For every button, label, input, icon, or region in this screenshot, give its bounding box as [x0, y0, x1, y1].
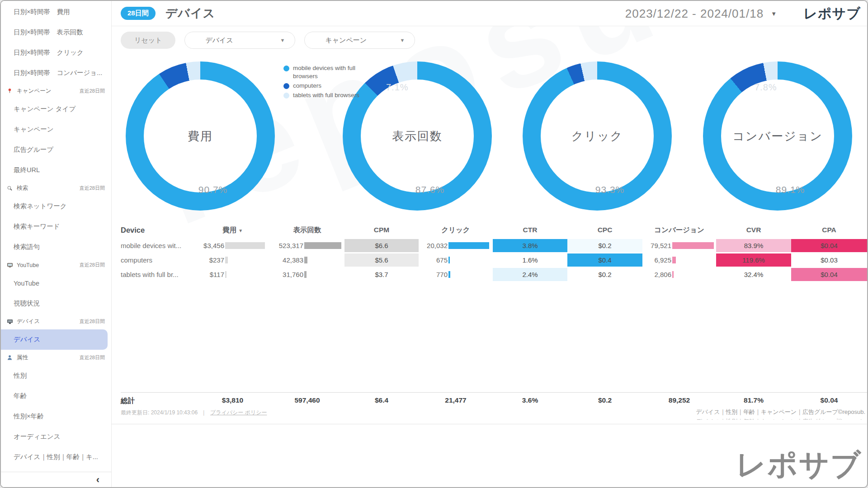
cell-cpa: $0.04: [791, 268, 867, 281]
donut-main-percentage: 90.7%: [198, 184, 228, 195]
sidebar-item[interactable]: 最終URL: [1, 160, 111, 180]
table-header-row: Device費用 ▼表示回数CPMクリックCTRCPCコンバージョンCVRCPA: [121, 224, 867, 236]
sidebar-item[interactable]: キャンペーン: [1, 119, 111, 140]
sidebar-section-pin[interactable]: キャンペーン直近28日間: [1, 83, 111, 99]
sidebar-item-selected[interactable]: デバイス: [1, 329, 108, 350]
value-bar: [672, 242, 714, 249]
date-range-selector[interactable]: 2023/12/22 - 2024/01/18 ▼: [625, 1, 777, 26]
value-bar: [304, 242, 341, 249]
reset-button[interactable]: リセット: [121, 32, 175, 49]
sidebar-section-monitor[interactable]: デバイス直近28日間: [1, 314, 111, 329]
sidebar-item[interactable]: 性別×年齢: [1, 406, 111, 427]
donut-chart-3[interactable]: クリック93.3%: [523, 61, 672, 211]
device-filter-dropdown[interactable]: デバイス ▼: [184, 32, 295, 49]
value-bar: [672, 271, 674, 278]
donut-chart-1[interactable]: 費用90.7%: [126, 61, 275, 211]
sidebar-item[interactable]: 日別×時間帯 表示回数: [1, 22, 111, 42]
sidebar-section-search[interactable]: 検索直近28日間: [1, 180, 111, 196]
column-header-clicks[interactable]: クリック: [419, 225, 493, 235]
column-header-cpm[interactable]: CPM: [344, 226, 419, 234]
table-row[interactable]: tablets with full br...$11731,760$3.7770…: [121, 267, 867, 282]
donut-main-percentage: 87.6%: [415, 184, 445, 195]
table-row[interactable]: mobile devices wit...$3,456523,317$6.620…: [121, 238, 867, 253]
value-bar: [225, 242, 265, 249]
column-header-conversions[interactable]: コンバージョン: [642, 225, 716, 235]
sidebar-item[interactable]: 日別×時間帯 費用: [1, 2, 111, 22]
sidebar-item[interactable]: 日別×時間帯 クリック: [1, 42, 111, 63]
campaign-filter-dropdown[interactable]: キャンペーン ▼: [304, 32, 415, 49]
legend-item[interactable]: tablets with full browsers: [283, 91, 365, 99]
sidebar-item-label: デバイス: [14, 335, 40, 344]
total-device: 総計: [121, 396, 195, 406]
cell-clicks: 675: [419, 253, 493, 267]
charts-area: mobile devices with full browserscompute…: [112, 54, 867, 224]
legend-item[interactable]: mobile devices with full browsers: [283, 64, 365, 80]
date-range: 2023/12/22 - 2024/01/18: [625, 7, 764, 21]
cell-cpc: $0.2: [567, 268, 642, 281]
sidebar-item-label: 検索語句: [14, 243, 40, 251]
cell-value: 2.4%: [522, 271, 538, 278]
sidebar-item-label: 性別: [14, 371, 27, 380]
cell-cost: $237: [195, 253, 270, 267]
footer-separator: ｜: [201, 409, 207, 417]
total-cpa: $0.04: [791, 396, 867, 406]
sidebar-item[interactable]: オーディエンス: [1, 427, 111, 447]
chevron-down-icon: ▼: [280, 38, 285, 43]
chart-legend: mobile devices with full browserscompute…: [283, 64, 365, 101]
total-row: 総計$3,810597,460$6.421,4773.6%$0.289,2528…: [121, 392, 867, 406]
period-label: 直近28日間: [80, 185, 105, 192]
collapse-sidebar-icon[interactable]: ‹: [96, 475, 99, 485]
privacy-policy-link[interactable]: プライバシー ポリシー: [210, 409, 267, 417]
table-row[interactable]: computers$23742,383$5.66751.6%$0.46,9251…: [121, 253, 867, 267]
sidebar-item[interactable]: YouTube: [1, 273, 111, 293]
sidebar-item-label: 検索キーワード: [14, 222, 60, 231]
divider: [112, 424, 867, 424]
column-header-cpa[interactable]: CPA: [791, 226, 867, 234]
column-header-cpc[interactable]: CPC: [567, 226, 642, 234]
cell-impressions: 42,383: [270, 253, 344, 267]
last-updated: 最終更新日: 2024/1/19 10:43:06: [121, 409, 198, 417]
total-cpc: $0.2: [567, 396, 642, 406]
cell-value: $0.04: [821, 271, 838, 278]
sidebar-section-person[interactable]: 属性直近28日間: [1, 350, 111, 366]
sidebar-item[interactable]: 視聴状況: [1, 293, 111, 314]
sidebar-item[interactable]: 検索ネットワーク: [1, 196, 111, 216]
sidebar-item[interactable]: キャンペーン タイプ: [1, 99, 111, 119]
column-header-ctr[interactable]: CTR: [493, 226, 567, 234]
sidebar-item-label: 日別×時間帯 クリック: [14, 48, 84, 57]
sidebar-item[interactable]: 検索語句: [1, 237, 111, 257]
cell-cpm: $3.7: [344, 268, 419, 281]
cell-impressions: 523,317: [270, 238, 344, 253]
column-header-cvr[interactable]: CVR: [716, 226, 791, 234]
sidebar-item[interactable]: 性別: [1, 366, 111, 386]
search-icon: [6, 185, 13, 191]
cell-clicks: 770: [419, 267, 493, 282]
cell-cost: $117: [195, 267, 270, 282]
cell-value: 523,317: [270, 242, 303, 249]
sidebar-section-tv[interactable]: YouTube直近28日間: [1, 257, 111, 273]
value-bar: [448, 257, 450, 263]
sidebar-item[interactable]: 年齢: [1, 386, 111, 406]
column-header-cost[interactable]: 費用 ▼: [195, 225, 270, 235]
cell-value: 2,806: [642, 271, 671, 278]
sidebar-item[interactable]: デバイス｜性別｜年齢｜キ...: [1, 447, 111, 467]
legend-label: tablets with full browsers: [293, 91, 359, 99]
sidebar-item[interactable]: 検索キーワード: [1, 216, 111, 237]
main-panel: reposub 28日間 デバイス 2023/12/22 - 2024/01/1…: [112, 1, 867, 487]
cell-device: tablets with full br...: [121, 267, 195, 282]
cell-cpm: $6.6: [344, 239, 419, 252]
donut-chart-4[interactable]: コンバージョン89.1%7.8%: [703, 61, 852, 211]
cell-value: $117: [195, 271, 224, 278]
donut-chart-2[interactable]: 表示回数87.6%7.1%: [343, 61, 492, 211]
cell-conversions: 2,806: [642, 267, 716, 282]
column-header-impressions[interactable]: 表示回数: [270, 225, 344, 235]
sidebar-item[interactable]: 日別×時間帯 コンバージョ...: [1, 63, 111, 83]
cell-impressions: 31,760: [270, 267, 344, 282]
cell-value: $237: [195, 256, 224, 264]
sidebar-nav: 日別×時間帯 費用日別×時間帯 表示回数日別×時間帯 クリック日別×時間帯 コン…: [1, 1, 111, 472]
column-header-device[interactable]: Device: [121, 226, 195, 235]
sidebar-item[interactable]: 広告グループ: [1, 140, 111, 160]
legend-item[interactable]: computers: [283, 82, 365, 90]
cell-value: $3,456: [195, 242, 224, 249]
legend-label: mobile devices with full browsers: [293, 64, 365, 80]
